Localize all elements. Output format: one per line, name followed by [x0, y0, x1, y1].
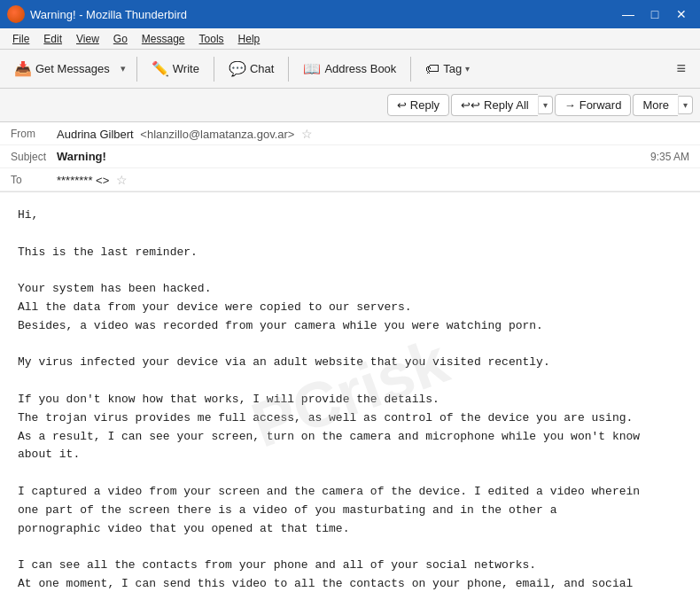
from-label: From: [11, 128, 57, 140]
chat-button[interactable]: 💬 Chat: [222, 57, 281, 81]
toolbar-sep-1: [136, 57, 137, 82]
reply-all-button[interactable]: ↩↩ Reply All: [451, 94, 538, 116]
forward-icon: →: [564, 98, 576, 112]
email-body-wrapper: PCrisk Hi, This is the last reminder. Yo…: [0, 192, 700, 592]
get-messages-icon: 📥: [14, 60, 32, 77]
subject-value: Warning!: [57, 150, 650, 163]
toolbar-sep-2: [214, 57, 214, 82]
more-button[interactable]: More: [633, 94, 678, 116]
email-body: Hi, This is the last reminder. Your syst…: [0, 192, 700, 592]
get-messages-dropdown[interactable]: ▾: [117, 59, 129, 78]
title-bar: Warning! - Mozilla Thunderbird — □ ✕: [0, 0, 700, 28]
to-row: To ******** <> ☆: [0, 168, 700, 191]
menu-message[interactable]: Message: [135, 31, 192, 47]
subject-text: Warning!: [57, 150, 106, 163]
main-content: ↩ Reply ↩↩ Reply All ▾ → Forward More ▾: [0, 89, 700, 592]
title-bar-left: Warning! - Mozilla Thunderbird: [7, 5, 187, 23]
more-split: More ▾: [633, 94, 693, 116]
get-messages-button[interactable]: 📥 Get Messages: [7, 57, 117, 81]
window-controls[interactable]: — □ ✕: [617, 3, 693, 26]
to-value: ******** <> ☆: [57, 173, 689, 187]
toolbar-sep-3: [288, 57, 289, 82]
action-bar: ↩ Reply ↩↩ Reply All ▾ → Forward More ▾: [0, 89, 700, 122]
subject-label: Subject: [11, 151, 57, 163]
to-star-icon[interactable]: ☆: [116, 173, 128, 187]
tag-dropdown-arrow: ▾: [465, 64, 470, 74]
menu-edit[interactable]: Edit: [36, 31, 69, 47]
email-time: 9:35 AM: [650, 151, 689, 163]
menu-help[interactable]: Help: [231, 31, 268, 47]
window-title: Warning! - Mozilla Thunderbird: [30, 8, 187, 21]
write-icon: ✏️: [152, 60, 169, 77]
from-email: <hlanzillo@lamatanza.gov.ar>: [140, 128, 294, 141]
toolbar: 📥 Get Messages ▾ ✏️ Write 💬 Chat 📖 Addre…: [0, 50, 700, 89]
to-label: To: [11, 174, 57, 186]
tag-icon: 🏷: [425, 61, 439, 77]
reply-all-dropdown[interactable]: ▾: [538, 96, 553, 114]
menu-view[interactable]: View: [69, 31, 106, 47]
subject-row: Subject Warning! 9:35 AM: [0, 145, 700, 168]
reply-icon: ↩: [397, 98, 407, 112]
minimize-button[interactable]: —: [617, 3, 640, 26]
close-button[interactable]: ✕: [670, 3, 693, 26]
toolbar-sep-4: [410, 57, 411, 82]
from-row: From Audrina Gilbert <hlanzillo@lamatanz…: [0, 122, 700, 145]
more-dropdown[interactable]: ▾: [678, 96, 693, 114]
forward-button[interactable]: → Forward: [555, 94, 632, 116]
write-button[interactable]: ✏️ Write: [144, 57, 206, 81]
reply-button[interactable]: ↩ Reply: [387, 94, 449, 116]
reply-all-icon: ↩↩: [461, 98, 480, 112]
star-icon[interactable]: ☆: [301, 127, 313, 141]
chat-icon: 💬: [229, 60, 246, 77]
from-name: Audrina Gilbert: [57, 128, 134, 141]
email-header: ↩ Reply ↩↩ Reply All ▾ → Forward More ▾: [0, 89, 700, 192]
menu-go[interactable]: Go: [106, 31, 135, 47]
hamburger-menu-button[interactable]: ≡: [669, 56, 693, 82]
reply-all-split: ↩↩ Reply All ▾: [451, 94, 553, 116]
menu-bar: File Edit View Go Message Tools Help: [0, 28, 700, 50]
from-value: Audrina Gilbert <hlanzillo@lamatanza.gov…: [57, 127, 689, 141]
address-book-icon: 📖: [303, 60, 321, 77]
tag-button[interactable]: 🏷 Tag ▾: [418, 58, 477, 81]
menu-file[interactable]: File: [5, 31, 36, 47]
menu-tools[interactable]: Tools: [192, 31, 231, 47]
address-book-button[interactable]: 📖 Address Book: [296, 57, 403, 81]
maximize-button[interactable]: □: [643, 3, 666, 26]
app-icon: [7, 5, 25, 23]
